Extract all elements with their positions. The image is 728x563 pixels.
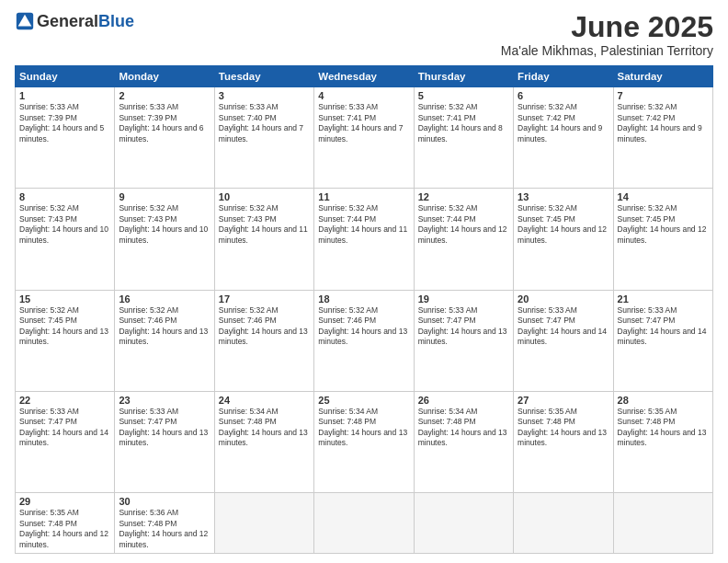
col-friday: Friday	[514, 66, 613, 87]
day-info: Sunrise: 5:32 AMSunset: 7:46 PMDaylight:…	[318, 305, 409, 348]
day-number: 20	[518, 293, 609, 304]
day-info: Sunrise: 5:34 AMSunset: 7:48 PMDaylight:…	[219, 407, 310, 449]
day-number: 4	[318, 90, 409, 101]
day-number: 16	[119, 293, 210, 304]
day-info: Sunrise: 5:33 AMSunset: 7:40 PMDaylight:…	[219, 102, 310, 144]
col-monday: Monday	[115, 66, 214, 87]
table-row: 29Sunrise: 5:35 AMSunset: 7:48 PMDayligh…	[16, 493, 115, 554]
table-row: 16Sunrise: 5:32 AMSunset: 7:46 PMDayligh…	[115, 290, 214, 391]
day-info: Sunrise: 5:32 AMSunset: 7:46 PMDaylight:…	[219, 305, 310, 348]
table-row: 22Sunrise: 5:33 AMSunset: 7:47 PMDayligh…	[16, 391, 115, 492]
header-right: June 2025 Ma'ale Mikhmas, Palestinian Te…	[501, 11, 713, 58]
day-info: Sunrise: 5:33 AMSunset: 7:47 PMDaylight:…	[19, 407, 110, 449]
table-row	[314, 493, 414, 554]
day-number: 14	[618, 191, 709, 202]
day-number: 9	[119, 191, 210, 202]
day-number: 29	[19, 496, 110, 507]
table-row: 4Sunrise: 5:33 AMSunset: 7:41 PMDaylight…	[314, 87, 414, 189]
table-row: 25Sunrise: 5:34 AMSunset: 7:48 PMDayligh…	[314, 391, 414, 492]
table-row: 13Sunrise: 5:32 AMSunset: 7:45 PMDayligh…	[514, 189, 613, 290]
table-row: 11Sunrise: 5:32 AMSunset: 7:44 PMDayligh…	[314, 189, 414, 290]
logo-general: General	[37, 12, 98, 31]
day-number: 22	[19, 395, 110, 406]
header: GeneralBlue June 2025 Ma'ale Mikhmas, Pa…	[15, 11, 713, 58]
day-info: Sunrise: 5:35 AMSunset: 7:48 PMDaylight:…	[518, 407, 609, 449]
day-number: 25	[318, 395, 409, 406]
day-info: Sunrise: 5:33 AMSunset: 7:39 PMDaylight:…	[19, 102, 110, 144]
table-row: 3Sunrise: 5:33 AMSunset: 7:40 PMDaylight…	[214, 87, 313, 189]
table-row: 1Sunrise: 5:33 AMSunset: 7:39 PMDaylight…	[16, 87, 115, 189]
table-row: 20Sunrise: 5:33 AMSunset: 7:47 PMDayligh…	[514, 290, 613, 391]
day-info: Sunrise: 5:32 AMSunset: 7:44 PMDaylight:…	[418, 203, 509, 246]
day-number: 26	[418, 395, 509, 406]
table-row	[613, 493, 712, 554]
table-row: 14Sunrise: 5:32 AMSunset: 7:45 PMDayligh…	[613, 189, 712, 290]
table-row: 17Sunrise: 5:32 AMSunset: 7:46 PMDayligh…	[214, 290, 313, 391]
day-number: 19	[418, 293, 509, 304]
day-number: 1	[19, 90, 110, 101]
day-info: Sunrise: 5:33 AMSunset: 7:47 PMDaylight:…	[518, 305, 609, 348]
day-info: Sunrise: 5:33 AMSunset: 7:41 PMDaylight:…	[318, 102, 409, 144]
day-number: 8	[19, 191, 110, 202]
month-title: June 2025	[501, 11, 713, 43]
col-sunday: Sunday	[16, 66, 115, 87]
day-info: Sunrise: 5:33 AMSunset: 7:47 PMDaylight:…	[418, 305, 509, 348]
day-number: 6	[518, 90, 609, 101]
day-info: Sunrise: 5:32 AMSunset: 7:45 PMDaylight:…	[19, 305, 110, 348]
logo: GeneralBlue	[15, 11, 134, 31]
table-row: 2Sunrise: 5:33 AMSunset: 7:39 PMDaylight…	[115, 87, 214, 189]
day-info: Sunrise: 5:32 AMSunset: 7:44 PMDaylight:…	[318, 203, 409, 246]
day-info: Sunrise: 5:35 AMSunset: 7:48 PMDaylight:…	[19, 508, 110, 550]
page: GeneralBlue June 2025 Ma'ale Mikhmas, Pa…	[0, 0, 728, 563]
table-row: 26Sunrise: 5:34 AMSunset: 7:48 PMDayligh…	[414, 391, 513, 492]
table-row: 5Sunrise: 5:32 AMSunset: 7:41 PMDaylight…	[414, 87, 513, 189]
day-info: Sunrise: 5:34 AMSunset: 7:48 PMDaylight:…	[318, 407, 409, 449]
day-info: Sunrise: 5:34 AMSunset: 7:48 PMDaylight:…	[418, 407, 509, 449]
table-row: 19Sunrise: 5:33 AMSunset: 7:47 PMDayligh…	[414, 290, 513, 391]
day-number: 5	[418, 90, 509, 101]
table-row: 18Sunrise: 5:32 AMSunset: 7:46 PMDayligh…	[314, 290, 414, 391]
calendar-table: Sunday Monday Tuesday Wednesday Thursday…	[15, 65, 713, 554]
table-row: 8Sunrise: 5:32 AMSunset: 7:43 PMDaylight…	[16, 189, 115, 290]
day-info: Sunrise: 5:32 AMSunset: 7:43 PMDaylight:…	[19, 203, 110, 246]
day-info: Sunrise: 5:36 AMSunset: 7:48 PMDaylight:…	[119, 508, 210, 550]
day-info: Sunrise: 5:35 AMSunset: 7:48 PMDaylight:…	[618, 407, 709, 449]
day-info: Sunrise: 5:32 AMSunset: 7:45 PMDaylight:…	[518, 203, 609, 246]
day-info: Sunrise: 5:32 AMSunset: 7:42 PMDaylight:…	[618, 102, 709, 144]
logo-icon	[15, 11, 35, 31]
col-thursday: Thursday	[414, 66, 513, 87]
table-row: 21Sunrise: 5:33 AMSunset: 7:47 PMDayligh…	[613, 290, 712, 391]
table-row: 15Sunrise: 5:32 AMSunset: 7:45 PMDayligh…	[16, 290, 115, 391]
header-row: Sunday Monday Tuesday Wednesday Thursday…	[16, 66, 713, 87]
table-row: 7Sunrise: 5:32 AMSunset: 7:42 PMDaylight…	[613, 87, 712, 189]
day-info: Sunrise: 5:32 AMSunset: 7:41 PMDaylight:…	[418, 102, 509, 144]
day-number: 27	[518, 395, 609, 406]
day-number: 10	[219, 191, 310, 202]
day-info: Sunrise: 5:32 AMSunset: 7:45 PMDaylight:…	[618, 203, 709, 246]
col-wednesday: Wednesday	[314, 66, 414, 87]
day-info: Sunrise: 5:33 AMSunset: 7:47 PMDaylight:…	[119, 407, 210, 449]
day-number: 17	[219, 293, 310, 304]
table-row: 12Sunrise: 5:32 AMSunset: 7:44 PMDayligh…	[414, 189, 513, 290]
day-number: 7	[618, 90, 709, 101]
table-row: 9Sunrise: 5:32 AMSunset: 7:43 PMDaylight…	[115, 189, 214, 290]
table-row: 10Sunrise: 5:32 AMSunset: 7:43 PMDayligh…	[214, 189, 313, 290]
day-number: 13	[518, 191, 609, 202]
day-number: 21	[618, 293, 709, 304]
day-number: 28	[618, 395, 709, 406]
logo-blue: Blue	[98, 12, 134, 31]
table-row: 23Sunrise: 5:33 AMSunset: 7:47 PMDayligh…	[115, 391, 214, 492]
table-row	[414, 493, 513, 554]
day-number: 15	[19, 293, 110, 304]
table-row: 28Sunrise: 5:35 AMSunset: 7:48 PMDayligh…	[613, 391, 712, 492]
location-title: Ma'ale Mikhmas, Palestinian Territory	[501, 43, 713, 58]
day-info: Sunrise: 5:33 AMSunset: 7:39 PMDaylight:…	[119, 102, 210, 144]
day-number: 11	[318, 191, 409, 202]
day-info: Sunrise: 5:33 AMSunset: 7:47 PMDaylight:…	[618, 305, 709, 348]
day-info: Sunrise: 5:32 AMSunset: 7:46 PMDaylight:…	[119, 305, 210, 348]
day-number: 18	[318, 293, 409, 304]
table-row	[214, 493, 313, 554]
day-number: 2	[119, 90, 210, 101]
day-number: 12	[418, 191, 509, 202]
day-info: Sunrise: 5:32 AMSunset: 7:43 PMDaylight:…	[119, 203, 210, 246]
